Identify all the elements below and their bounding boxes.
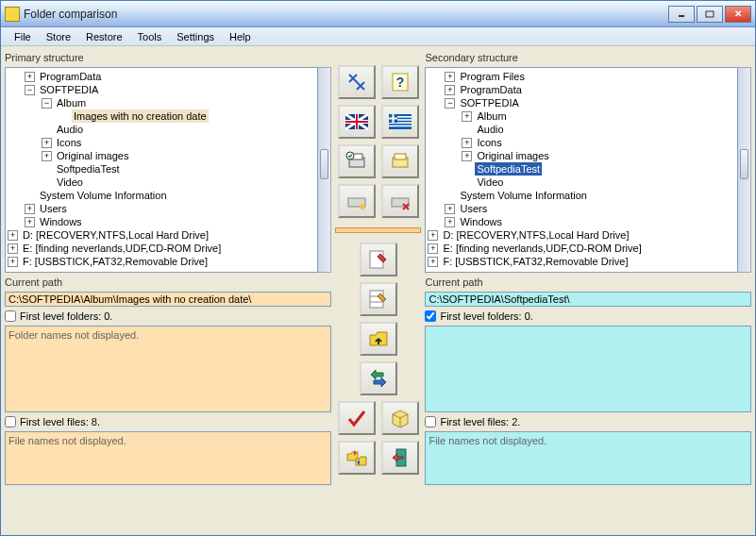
tree-node-selected[interactable]: SoftpediaTest xyxy=(475,162,542,176)
tree-expand-icon[interactable]: + xyxy=(462,138,472,148)
tree-collapse-icon[interactable]: − xyxy=(42,98,52,109)
menu-tools[interactable]: Tools xyxy=(130,29,170,44)
tree-expand-icon[interactable]: + xyxy=(8,257,18,267)
tree-node[interactable]: Video xyxy=(475,176,505,189)
drive-add-button[interactable] xyxy=(338,184,376,218)
titlebar: Folder comparison ✕ xyxy=(1,1,755,27)
tree-node-selected[interactable]: Images with no creation date xyxy=(72,109,209,123)
scrollbar[interactable] xyxy=(738,67,751,273)
tree-node[interactable]: F: [USBSTICK,FAT32,Removable Drive] xyxy=(441,255,630,268)
center-tools: ? xyxy=(335,50,422,531)
minimize-button[interactable] xyxy=(668,6,695,23)
tree-collapse-icon[interactable]: − xyxy=(445,98,455,109)
secondary-structure-label: Secondary structure xyxy=(425,50,751,65)
secondary-folders-label: First level folders: 0. xyxy=(440,310,532,322)
window-title: Folder comparison xyxy=(24,8,668,21)
lang-en-button[interactable] xyxy=(338,105,376,139)
scrollbar[interactable] xyxy=(318,67,331,273)
tree-node[interactable]: Icons xyxy=(475,136,503,149)
swap-button[interactable] xyxy=(360,361,397,395)
secondary-folders-list[interactable] xyxy=(425,326,751,412)
tree-node[interactable]: Album xyxy=(475,109,508,123)
secondary-tree[interactable]: +Program Files +ProgramData −SOFTPEDIA +… xyxy=(425,67,738,273)
tree-expand-icon[interactable]: + xyxy=(462,151,472,161)
compare-button[interactable] xyxy=(338,65,376,99)
drive-remove-button[interactable] xyxy=(381,184,419,218)
tree-node[interactable]: Users xyxy=(38,202,69,215)
print-button[interactable] xyxy=(381,144,419,178)
tree-expand-icon[interactable]: + xyxy=(445,217,455,227)
tree-node[interactable]: F: [USBSTICK,FAT32,Removable Drive] xyxy=(21,255,210,268)
svg-rect-17 xyxy=(395,154,406,159)
tree-expand-icon[interactable]: + xyxy=(25,204,35,214)
print-verified-button[interactable] xyxy=(338,144,376,178)
tree-node[interactable]: SOFTPEDIA xyxy=(458,96,520,109)
tree-collapse-icon[interactable]: − xyxy=(25,85,35,95)
menu-store[interactable]: Store xyxy=(39,29,78,44)
tree-node[interactable]: Original images xyxy=(55,149,130,162)
tree-node[interactable]: Program Files xyxy=(458,70,526,83)
tree-expand-icon[interactable]: + xyxy=(445,72,455,82)
tree-expand-icon[interactable]: + xyxy=(8,243,18,254)
primary-show-folders-checkbox[interactable] xyxy=(5,310,16,322)
sync-folders-button[interactable] xyxy=(338,441,376,475)
primary-tree[interactable]: +ProgramData −SOFTPEDIA −Album Images wi… xyxy=(5,67,318,273)
confirm-button[interactable] xyxy=(338,401,376,435)
tree-node[interactable]: Audio xyxy=(55,123,85,136)
tree-node[interactable]: D: [RECOVERY,NTFS,Local Hard Drive] xyxy=(441,228,630,242)
menu-settings[interactable]: Settings xyxy=(169,29,222,44)
tree-expand-icon[interactable]: + xyxy=(25,72,35,82)
primary-folders-list[interactable]: Folder names not displayed. xyxy=(5,326,331,412)
tree-node[interactable]: E: [finding neverlands,UDF,CD-ROM Drive] xyxy=(441,242,643,255)
app-icon xyxy=(5,7,20,22)
tree-node[interactable]: Audio xyxy=(475,123,505,136)
secondary-files-list[interactable]: File names not displayed. xyxy=(425,431,751,485)
tree-expand-icon[interactable]: + xyxy=(42,151,52,161)
tree-node[interactable]: ProgramData xyxy=(458,83,523,96)
package-button[interactable] xyxy=(381,401,419,435)
tree-expand-icon[interactable]: + xyxy=(445,85,455,95)
tree-node[interactable]: D: [RECOVERY,NTFS,Local Hard Drive] xyxy=(21,228,210,242)
menu-help[interactable]: Help xyxy=(222,29,259,44)
close-button[interactable]: ✕ xyxy=(725,6,751,23)
tree-expand-icon[interactable]: + xyxy=(462,111,472,122)
folder-up-button[interactable] xyxy=(360,322,397,356)
tree-node[interactable]: Windows xyxy=(458,215,504,228)
tree-node[interactable]: SOFTPEDIA xyxy=(38,83,100,96)
primary-folders-label: First level folders: 0. xyxy=(20,310,112,322)
tree-node[interactable]: Album xyxy=(55,96,88,109)
menu-restore[interactable]: Restore xyxy=(78,29,130,44)
tree-node[interactable]: Original images xyxy=(475,149,550,162)
secondary-show-folders-checkbox[interactable] xyxy=(425,310,436,322)
tree-expand-icon[interactable]: + xyxy=(42,138,52,148)
help-button[interactable]: ? xyxy=(381,65,419,99)
svg-point-19 xyxy=(360,204,365,209)
tree-expand-icon[interactable]: + xyxy=(428,243,438,254)
primary-structure-label: Primary structure xyxy=(5,50,331,65)
tree-expand-icon[interactable]: + xyxy=(428,230,438,241)
tree-node[interactable]: Users xyxy=(458,202,489,215)
tree-node[interactable]: System Volume Information xyxy=(38,189,169,202)
tree-node[interactable]: Video xyxy=(55,176,85,189)
maximize-button[interactable] xyxy=(697,6,723,23)
tree-expand-icon[interactable]: + xyxy=(8,230,18,241)
tree-node[interactable]: SoftpediaTest xyxy=(55,162,122,176)
edit-table-button[interactable] xyxy=(360,282,397,316)
svg-rect-1 xyxy=(706,11,714,17)
tree-expand-icon[interactable]: + xyxy=(25,217,35,227)
tree-node[interactable]: System Volume Information xyxy=(458,189,589,202)
exit-button[interactable] xyxy=(381,441,419,475)
primary-files-list[interactable]: File names not displayed. xyxy=(5,431,331,485)
tree-node[interactable]: ProgramData xyxy=(38,70,103,83)
tree-expand-icon[interactable]: + xyxy=(445,204,455,214)
secondary-show-files-checkbox[interactable] xyxy=(425,416,436,427)
tree-node[interactable]: Windows xyxy=(38,215,84,228)
edit-list-button[interactable] xyxy=(360,243,397,276)
tree-node[interactable]: E: [finding neverlands,UDF,CD-ROM Drive] xyxy=(21,242,223,255)
primary-show-files-checkbox[interactable] xyxy=(5,416,16,427)
lang-gr-button[interactable] xyxy=(381,105,419,139)
tree-node[interactable]: Icons xyxy=(55,136,83,149)
separator xyxy=(335,227,422,233)
tree-expand-icon[interactable]: + xyxy=(428,257,438,267)
menu-file[interactable]: File xyxy=(7,29,39,44)
